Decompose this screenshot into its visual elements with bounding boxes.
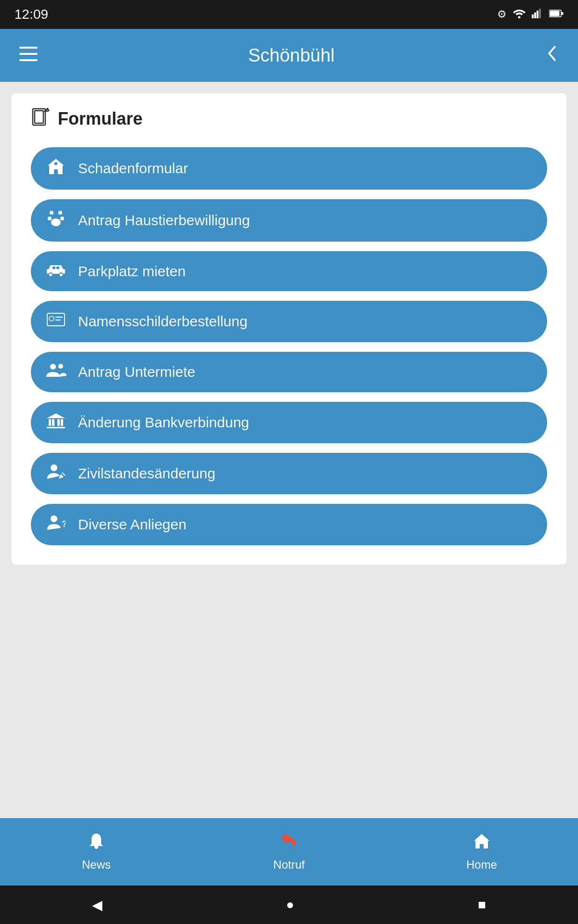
- svg-point-23: [49, 273, 53, 277]
- svg-point-24: [59, 273, 63, 277]
- schadenformular-button[interactable]: Schadenformular: [31, 147, 547, 190]
- svg-rect-6: [550, 11, 560, 16]
- svg-rect-38: [47, 427, 65, 428]
- svg-marker-33: [47, 413, 65, 418]
- group-icon: [45, 362, 66, 382]
- home-icon: [45, 158, 66, 179]
- anliegen-button[interactable]: ? Diverse Anliegen: [31, 504, 547, 545]
- back-icon[interactable]: [545, 45, 559, 66]
- namensschilder-button[interactable]: Namensschilderbestellung: [31, 301, 547, 342]
- svg-point-18: [58, 211, 62, 215]
- menu-icon[interactable]: [19, 45, 38, 65]
- svg-point-16: [54, 162, 58, 166]
- svg-rect-2: [534, 13, 536, 18]
- android-recent-button[interactable]: ■: [478, 897, 486, 912]
- person-question-icon: ?: [45, 514, 66, 535]
- haustierbewilligung-label: Antrag Haustierbewilligung: [78, 212, 250, 229]
- svg-rect-28: [49, 316, 54, 321]
- svg-rect-12: [35, 111, 43, 123]
- battery-icon: [549, 8, 564, 21]
- person-edit-icon: [45, 463, 66, 484]
- badge-icon: [45, 311, 66, 332]
- svg-rect-8: [19, 47, 38, 49]
- svg-point-21: [51, 218, 61, 226]
- svg-rect-3: [537, 11, 539, 18]
- parkplatz-label: Parkplatz mieten: [78, 263, 185, 280]
- svg-rect-37: [61, 419, 63, 426]
- status-time: 12:09: [14, 7, 48, 22]
- parkplatz-button[interactable]: Parkplatz mieten: [31, 251, 547, 291]
- svg-rect-35: [52, 419, 54, 426]
- schadenformular-label: Schadenformular: [78, 160, 188, 177]
- house-icon: [473, 833, 490, 854]
- svg-point-39: [51, 464, 57, 471]
- pet-icon: [45, 210, 66, 231]
- svg-point-17: [50, 211, 53, 215]
- svg-rect-25: [53, 267, 55, 269]
- home-label: Home: [466, 858, 497, 872]
- bottom-nav: News Notruf Home: [0, 818, 578, 886]
- notruf-label: Notruf: [273, 858, 304, 872]
- sim-icon: [512, 8, 526, 21]
- android-nav: ◀ ● ■: [0, 886, 578, 924]
- svg-rect-7: [562, 12, 564, 15]
- content-spacer: [0, 576, 578, 818]
- car-icon: [45, 262, 66, 281]
- svg-point-0: [518, 16, 521, 19]
- section-header: Formulare: [31, 108, 547, 130]
- anliegen-label: Diverse Anliegen: [78, 516, 186, 533]
- svg-point-19: [48, 217, 52, 220]
- namensschilder-label: Namensschilderbestellung: [78, 313, 248, 330]
- android-home-button[interactable]: ●: [286, 897, 294, 912]
- svg-rect-34: [49, 419, 51, 426]
- haustierbewilligung-button[interactable]: Antrag Haustierbewilligung: [31, 199, 547, 242]
- signal-icon: [532, 8, 543, 21]
- app-title: Schönbühl: [248, 45, 335, 66]
- status-bar: 12:09 ⚙: [0, 0, 578, 29]
- android-back-button[interactable]: ◀: [92, 897, 103, 913]
- svg-rect-26: [56, 267, 59, 269]
- news-label: News: [82, 858, 111, 872]
- untermiete-label: Antrag Untermiete: [78, 364, 195, 380]
- bank-icon: [45, 412, 66, 433]
- svg-line-40: [62, 473, 65, 475]
- bell-icon: [88, 833, 105, 854]
- svg-rect-1: [532, 14, 534, 18]
- svg-point-32: [58, 364, 63, 369]
- nav-home[interactable]: Home: [446, 833, 518, 872]
- svg-text:?: ?: [62, 519, 66, 529]
- zivilstand-label: Zivilstandesänderung: [78, 465, 215, 482]
- bankverbindung-button[interactable]: Änderung Bankverbindung: [31, 402, 547, 443]
- phone-icon: [280, 833, 298, 854]
- status-icons: ⚙: [497, 8, 564, 21]
- svg-rect-9: [19, 53, 38, 55]
- formulare-icon: [31, 108, 50, 130]
- nav-notruf[interactable]: Notruf: [253, 833, 325, 872]
- settings-icon: ⚙: [497, 8, 507, 21]
- bankverbindung-label: Änderung Bankverbindung: [78, 414, 249, 431]
- section-title: Formulare: [58, 109, 143, 129]
- app-header: Schönbühl: [0, 29, 578, 82]
- svg-point-31: [50, 364, 56, 370]
- untermiete-button[interactable]: Antrag Untermiete: [31, 352, 547, 392]
- svg-rect-36: [57, 419, 60, 426]
- nav-news[interactable]: News: [60, 833, 132, 872]
- zivilstand-button[interactable]: Zivilstandesänderung: [31, 453, 547, 494]
- svg-point-41: [51, 515, 57, 522]
- svg-rect-4: [539, 9, 541, 18]
- svg-point-20: [60, 217, 64, 220]
- svg-rect-10: [19, 59, 38, 61]
- main-content-card: Formulare Schadenformular Antrag Haustie…: [12, 93, 566, 565]
